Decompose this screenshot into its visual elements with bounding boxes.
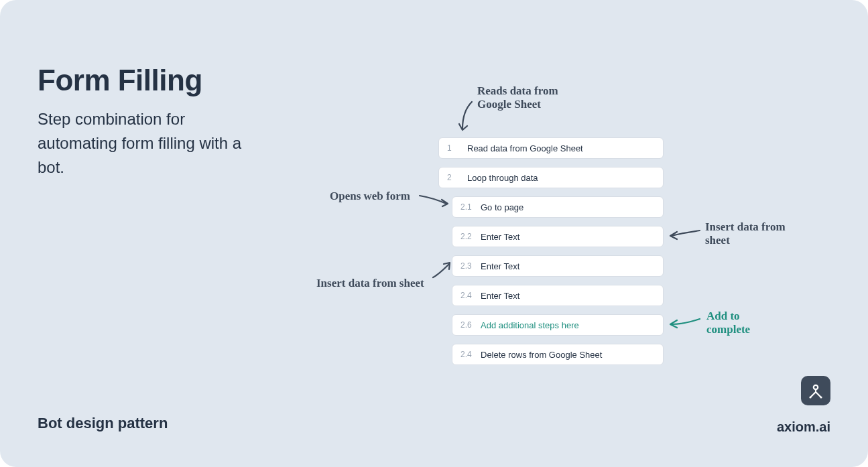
- step-row: 2.3 Enter Text: [452, 255, 664, 277]
- step-label: Enter Text: [481, 291, 519, 301]
- step-number: 2.3: [460, 261, 473, 271]
- step-label: Read data from Google Sheet: [467, 143, 583, 153]
- step-row: 2.1 Go to page: [452, 196, 664, 218]
- arrow-icon: [669, 315, 701, 330]
- step-row-accent: 2.6 Add additional steps here: [452, 314, 664, 336]
- step-row: 2.2 Enter Text: [452, 226, 664, 247]
- step-number: 1: [447, 143, 459, 153]
- step-label: Go to page: [481, 202, 523, 212]
- page-subtitle: Step combination for automating form fil…: [38, 107, 265, 180]
- step-number: 2.4: [460, 350, 473, 359]
- step-label: Enter Text: [481, 261, 519, 271]
- step-label: Loop through data: [467, 173, 538, 183]
- annotation-insert-right: Insert data from sheet: [705, 220, 786, 248]
- step-number: 2.4: [460, 291, 473, 300]
- annotation-add: Add to complete: [706, 310, 750, 337]
- annotation-reads: Reads data from Google Sheet: [477, 84, 558, 112]
- step-number: 2.1: [460, 202, 473, 212]
- steps-list: 1 Read data from Google Sheet 2 Loop thr…: [438, 137, 664, 373]
- svg-point-1: [809, 396, 811, 398]
- step-row: 2.4 Delete rows from Google Sheet: [452, 344, 664, 365]
- diagram-canvas: Form Filling Step combination for automa…: [0, 0, 868, 467]
- step-number: 2: [447, 173, 459, 182]
- svg-point-2: [820, 396, 822, 398]
- arrow-icon: [669, 228, 701, 241]
- arrow-icon: [457, 99, 476, 133]
- brand-name: axiom.ai: [777, 419, 830, 435]
- step-row: 1 Read data from Google Sheet: [438, 137, 664, 159]
- annotation-opens: Opens web form: [330, 190, 410, 203]
- step-label: Delete rows from Google Sheet: [481, 350, 602, 360]
- step-row: 2.4 Enter Text: [452, 285, 664, 306]
- step-number: 2.6: [460, 320, 473, 330]
- brand-icon: [801, 376, 830, 405]
- page-title: Form Filling: [38, 64, 202, 97]
- step-row: 2 Loop through data: [438, 167, 664, 188]
- step-label: Add additional steps here: [481, 320, 579, 330]
- step-label: Enter Text: [481, 232, 519, 242]
- annotation-insert-left: Insert data from sheet: [316, 277, 424, 290]
- step-number: 2.2: [460, 232, 473, 241]
- footer-label: Bot design pattern: [38, 415, 168, 432]
